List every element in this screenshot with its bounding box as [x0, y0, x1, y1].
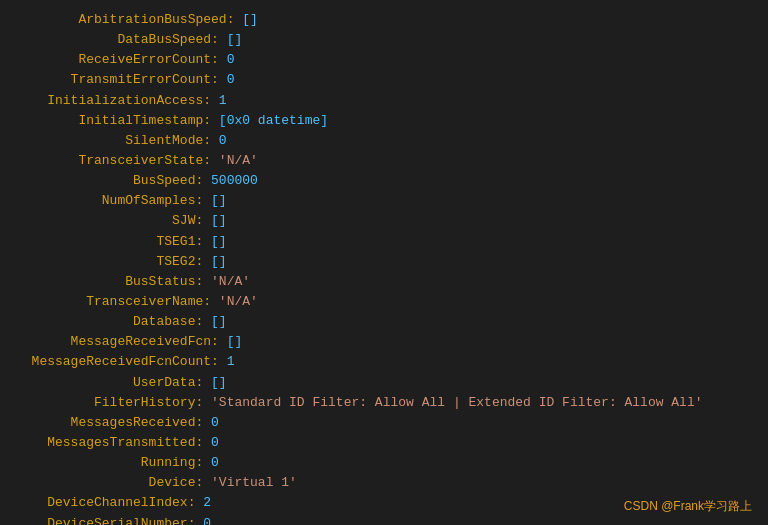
line-key: FilterHistory:	[16, 393, 203, 413]
code-line: DataBusSpeed: []	[16, 30, 752, 50]
line-key: Device:	[16, 473, 203, 493]
code-line: ArbitrationBusSpeed: []	[16, 10, 752, 30]
line-key: MessageReceivedFcnCount:	[16, 352, 219, 372]
line-value: []	[203, 211, 226, 231]
code-line: TransmitErrorCount: 0	[16, 70, 752, 90]
line-key: InitialTimestamp:	[16, 111, 211, 131]
code-line: MessageReceivedFcnCount: 1	[16, 352, 752, 372]
line-key: DeviceSerialNumber:	[16, 514, 195, 525]
code-line: TransceiverState: 'N/A'	[16, 151, 752, 171]
line-key: TransceiverName:	[16, 292, 211, 312]
line-value: []	[219, 30, 242, 50]
line-value: 0	[203, 433, 219, 453]
code-line: MessagesReceived: 0	[16, 413, 752, 433]
line-value: 1	[211, 91, 227, 111]
line-key: DataBusSpeed:	[16, 30, 219, 50]
code-line: SilentMode: 0	[16, 131, 752, 151]
line-key: TransmitErrorCount:	[16, 70, 219, 90]
code-line: NumOfSamples: []	[16, 191, 752, 211]
line-key: MessageReceivedFcn:	[16, 332, 219, 352]
line-key: SilentMode:	[16, 131, 211, 151]
line-key: TSEG2:	[16, 252, 203, 272]
code-line: Device: 'Virtual 1'	[16, 473, 752, 493]
line-key: ArbitrationBusSpeed:	[16, 10, 234, 30]
line-key: BusSpeed:	[16, 171, 203, 191]
line-value: []	[203, 373, 226, 393]
line-value: 1	[219, 352, 235, 372]
code-line: TSEG1: []	[16, 232, 752, 252]
line-value: 0	[203, 453, 219, 473]
code-line: MessagesTransmitted: 0	[16, 433, 752, 453]
line-key: ReceiveErrorCount:	[16, 50, 219, 70]
line-key: Running:	[16, 453, 203, 473]
line-key: TransceiverState:	[16, 151, 211, 171]
line-value: []	[219, 332, 242, 352]
code-line: DeviceSerialNumber: 0	[16, 514, 752, 525]
line-value: 0	[203, 413, 219, 433]
line-key: BusStatus:	[16, 272, 203, 292]
line-key: NumOfSamples:	[16, 191, 203, 211]
line-key: DeviceChannelIndex:	[16, 493, 195, 513]
line-value: 0	[195, 514, 211, 525]
code-line: Database: []	[16, 312, 752, 332]
code-line: InitializationAccess: 1	[16, 91, 752, 111]
code-line: FilterHistory: 'Standard ID Filter: Allo…	[16, 393, 752, 413]
line-key: MessagesReceived:	[16, 413, 203, 433]
line-value: []	[203, 191, 226, 211]
line-key: InitializationAccess:	[16, 91, 211, 111]
line-key: MessagesTransmitted:	[16, 433, 203, 453]
line-value: 0	[219, 50, 235, 70]
watermark: CSDN @Frank学习路上	[624, 498, 752, 515]
code-line: MessageReceivedFcn: []	[16, 332, 752, 352]
code-line: TransceiverName: 'N/A'	[16, 292, 752, 312]
line-value: 2	[195, 493, 211, 513]
code-line: UserData: []	[16, 373, 752, 393]
line-key: Database:	[16, 312, 203, 332]
line-value: [0x0 datetime]	[211, 111, 328, 131]
line-value: []	[203, 312, 226, 332]
code-line: SJW: []	[16, 211, 752, 231]
code-line: Running: 0	[16, 453, 752, 473]
code-container: ArbitrationBusSpeed: [] DataBusSpeed: []…	[0, 0, 768, 525]
line-value: []	[234, 10, 257, 30]
line-key: TSEG1:	[16, 232, 203, 252]
line-value: 'Virtual 1'	[203, 473, 297, 493]
line-value: 0	[211, 131, 227, 151]
line-value: 0	[219, 70, 235, 90]
line-value: 'N/A'	[203, 272, 250, 292]
code-line: BusStatus: 'N/A'	[16, 272, 752, 292]
line-value: []	[203, 252, 226, 272]
line-value: 'Standard ID Filter: Allow All | Extende…	[203, 393, 702, 413]
code-line: BusSpeed: 500000	[16, 171, 752, 191]
line-key: UserData:	[16, 373, 203, 393]
line-value: []	[203, 232, 226, 252]
line-value: 'N/A'	[211, 151, 258, 171]
line-key: SJW:	[16, 211, 203, 231]
code-line: ReceiveErrorCount: 0	[16, 50, 752, 70]
code-line: InitialTimestamp: [0x0 datetime]	[16, 111, 752, 131]
code-line: TSEG2: []	[16, 252, 752, 272]
line-value: 'N/A'	[211, 292, 258, 312]
line-value: 500000	[203, 171, 258, 191]
